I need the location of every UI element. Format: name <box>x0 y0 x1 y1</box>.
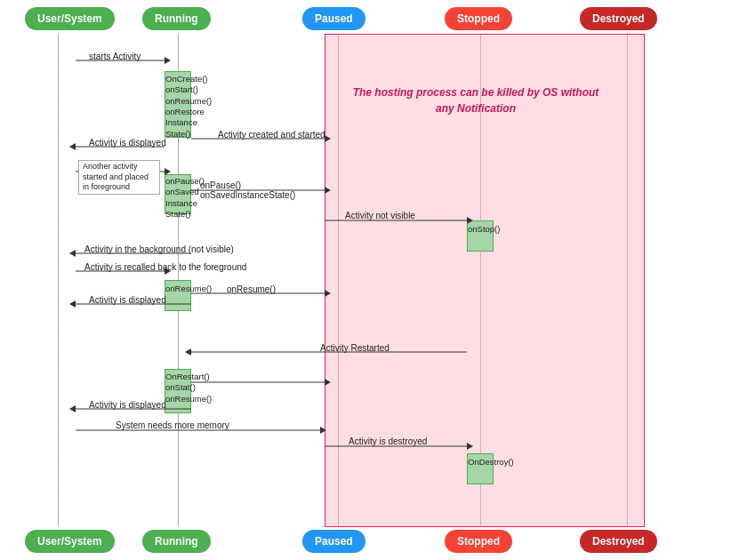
msg-activity-not-visible: Activity not visible <box>345 211 415 220</box>
pill-stopped-bottom: Stopped <box>445 530 512 553</box>
svg-marker-1 <box>165 57 171 64</box>
pill-user-system-bottom: User/System <box>25 530 115 553</box>
svg-marker-13 <box>69 250 76 257</box>
svg-marker-21 <box>185 348 191 356</box>
diagram-container: User/System Running Paused Stopped Destr… <box>0 0 747 560</box>
pill-running-bottom: Running <box>142 530 211 553</box>
msg-activity-background: Activity in the background (not visible) <box>84 244 234 254</box>
msg-activity-displayed-3: Activity is displayed <box>89 400 166 410</box>
onrestart-text: OnRestart()onStat()onResume() <box>165 372 190 404</box>
svg-marker-5 <box>69 143 76 150</box>
msg-activity-created: Activity created and started <box>218 130 325 140</box>
msg-onpause: onPause()onSavedInstanceState() <box>200 180 295 200</box>
lifeline-user <box>58 34 59 526</box>
msg-activity-restarted: Activity Restarted <box>320 343 390 353</box>
msg-another-activity: Another activity started and placed in f… <box>78 160 160 195</box>
msg-activity-displayed-1: Activity is displayed <box>89 138 166 148</box>
ondestroy-text: OnDestroy() <box>468 457 493 468</box>
msg-system-memory: System needs more memory <box>116 420 229 430</box>
pill-user-system-top: User/System <box>25 7 115 30</box>
pill-paused-top: Paused <box>302 7 365 30</box>
msg-onresume: onResume() <box>227 284 276 294</box>
oncreate-text: OnCreate()onStart()onResume()onRestoreIn… <box>165 74 190 140</box>
svg-marker-19 <box>69 300 76 308</box>
msg-starts-activity: starts Activity <box>89 52 141 61</box>
pill-paused-bottom: Paused <box>302 530 365 553</box>
onresume-text: onResume() <box>165 284 190 294</box>
pill-destroyed-bottom: Destroyed <box>580 530 657 553</box>
msg-activity-displayed-2: Activity is displayed <box>89 295 166 305</box>
hosting-text: The hosting process can be killed by OS … <box>351 84 600 116</box>
onpause-text: onPause()onSavedInstanceState() <box>165 176 190 220</box>
onstop-text: onStop() <box>468 224 493 235</box>
pill-running-top: Running <box>142 7 211 30</box>
pill-stopped-top: Stopped <box>445 7 512 30</box>
msg-activity-recalled: Activity is recalled back to the foregro… <box>84 262 246 272</box>
msg-activity-destroyed: Activity is destroyed <box>349 436 427 446</box>
pill-destroyed-top: Destroyed <box>580 7 657 30</box>
svg-marker-25 <box>69 405 76 412</box>
